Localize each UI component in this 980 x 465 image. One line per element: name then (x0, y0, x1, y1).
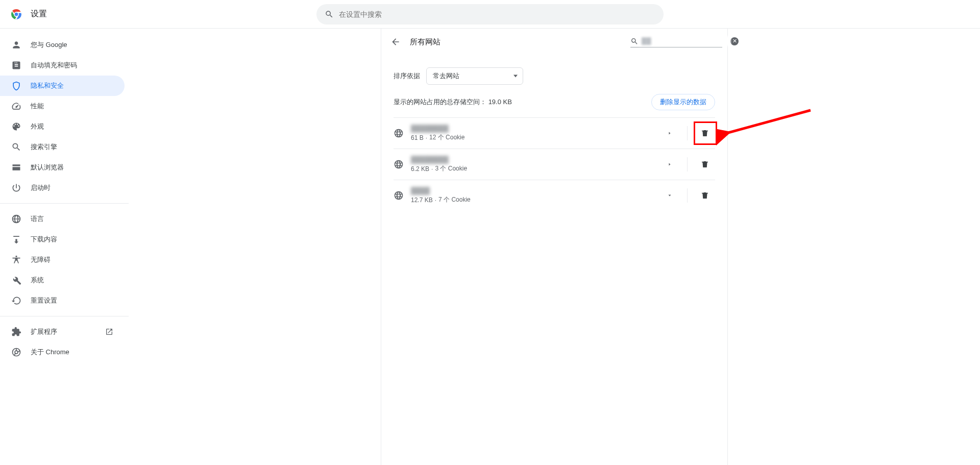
sidebar-item-label: 性能 (31, 102, 44, 111)
person-icon (11, 40, 21, 50)
site-row[interactable]: ████████ 61 B · 12 个 Cookie (394, 117, 715, 149)
search-icon (630, 37, 639, 45)
open-in-new-icon (105, 328, 113, 336)
back-button[interactable] (385, 32, 406, 52)
sidebar-item-system[interactable]: 系统 (0, 270, 125, 290)
site-search[interactable]: ✕ (630, 36, 722, 47)
language-icon (11, 214, 21, 224)
svg-line-5 (726, 110, 811, 133)
sidebar-item-label: 语言 (31, 214, 44, 224)
app-header: 设置 (0, 0, 980, 29)
site-size: 6.2 KB (411, 165, 429, 173)
search-icon (11, 142, 21, 152)
chevron-right-icon (667, 131, 672, 136)
row-divider (687, 188, 688, 203)
sidebar-item-appearance[interactable]: 外观 (0, 116, 125, 137)
site-search-input[interactable] (639, 36, 730, 46)
sort-label: 排序依据 (394, 71, 420, 81)
globe-icon (394, 190, 404, 201)
sidebar-item-label: 重置设置 (31, 296, 57, 305)
sidebar-item-autofill[interactable]: 自动填充和密码 (0, 55, 125, 76)
site-cookies: 7 个 Cookie (438, 195, 471, 204)
site-size: 61 B (411, 134, 424, 141)
sidebar-item-about-chrome[interactable]: 关于 Chrome (0, 342, 125, 362)
sidebar-item-label: 隐私和安全 (31, 81, 64, 90)
trash-icon (700, 129, 709, 138)
sidebar-item-label: 无障碍 (31, 255, 51, 264)
row-divider (687, 126, 688, 140)
sidebar-item-label: 自动填充和密码 (31, 61, 77, 70)
site-name: ████████ (411, 125, 652, 132)
sidebar-item-you-and-google[interactable]: 您与 Google (0, 35, 125, 55)
reset-icon (11, 296, 21, 306)
collapse-button[interactable] (659, 185, 680, 206)
row-divider (687, 157, 688, 172)
site-size: 12.7 KB (411, 197, 433, 204)
global-search[interactable] (316, 4, 664, 25)
global-search-input[interactable] (339, 10, 655, 18)
storage-summary: 显示的网站占用的总存储空间： 19.0 KB (394, 97, 512, 107)
sidebar-item-languages[interactable]: 语言 (0, 209, 125, 229)
palette-icon (11, 121, 21, 132)
sidebar-item-label: 您与 Google (31, 40, 67, 50)
site-name: ████ (411, 187, 652, 194)
sidebar-item-label: 关于 Chrome (31, 348, 69, 357)
site-cookies: 3 个 Cookie (435, 164, 467, 173)
page-title: 所有网站 (410, 37, 440, 47)
download-icon (11, 234, 21, 244)
sidebar-item-label: 扩展程序 (31, 327, 57, 336)
sidebar-item-search-engine[interactable]: 搜索引擎 (0, 137, 125, 157)
sidebar-item-extensions[interactable]: 扩展程序 (0, 322, 125, 342)
site-name: ████████ (411, 156, 652, 163)
app-title: 设置 (31, 9, 47, 19)
delete-site-button[interactable] (695, 154, 715, 175)
browser-icon (11, 162, 21, 173)
chrome-icon (11, 347, 21, 357)
annotation-arrow (716, 105, 818, 146)
globe-icon (394, 128, 404, 138)
clear-displayed-data-button[interactable]: 删除显示的数据 (651, 94, 715, 110)
sidebar-item-label: 启动时 (31, 183, 51, 192)
sidebar-item-reset[interactable]: 重置设置 (0, 290, 125, 311)
expand-button[interactable] (659, 154, 680, 175)
delete-site-button[interactable] (695, 185, 715, 206)
globe-icon (394, 159, 404, 169)
sidebar-divider (0, 203, 129, 204)
sidebar-item-label: 搜索引擎 (31, 142, 57, 152)
search-icon (325, 10, 334, 19)
shield-icon (11, 81, 21, 91)
power-icon (11, 183, 21, 193)
site-cookies: 12 个 Cookie (429, 133, 464, 142)
site-row[interactable]: ████ 12.7 KB · 7 个 Cookie (394, 180, 715, 211)
wrench-icon (11, 275, 21, 285)
sidebar-item-performance[interactable]: 性能 (0, 96, 125, 116)
trash-icon (700, 191, 709, 200)
settings-sidebar: 您与 Google 自动填充和密码 隐私和安全 性能 外观 搜索引擎 (0, 29, 129, 465)
sort-select[interactable]: 常去网站 (426, 67, 523, 85)
sidebar-item-default-browser[interactable]: 默认浏览器 (0, 157, 125, 178)
sidebar-item-label: 默认浏览器 (31, 163, 64, 172)
clear-search-button[interactable]: ✕ (730, 37, 739, 45)
sort-value: 常去网站 (433, 71, 459, 81)
sidebar-item-privacy[interactable]: 隐私和安全 (0, 76, 125, 96)
chrome-logo-icon (10, 8, 22, 20)
speed-icon (11, 101, 21, 111)
main-content: 所有网站 ✕ 排序依据 常去网站 显示的网站占用的总存储空间： (129, 29, 980, 465)
sidebar-divider (0, 316, 129, 316)
expand-button[interactable] (659, 123, 680, 143)
sidebar-item-label: 外观 (31, 122, 44, 131)
trash-icon (700, 160, 709, 169)
sidebar-item-downloads[interactable]: 下载内容 (0, 229, 125, 250)
sidebar-item-label: 下载内容 (31, 235, 57, 244)
sidebar-item-accessibility[interactable]: 无障碍 (0, 250, 125, 270)
chevron-down-icon (667, 193, 672, 198)
back-arrow-icon (390, 37, 401, 47)
site-row[interactable]: ████████ 6.2 KB · 3 个 Cookie (394, 149, 715, 180)
delete-site-button[interactable] (695, 123, 715, 143)
sidebar-item-on-startup[interactable]: 启动时 (0, 178, 125, 198)
sidebar-item-label: 系统 (31, 276, 44, 285)
autofill-icon (11, 60, 21, 70)
site-list: ████████ 61 B · 12 个 Cookie (394, 117, 715, 211)
extension-icon (11, 327, 21, 337)
accessibility-icon (11, 255, 21, 265)
